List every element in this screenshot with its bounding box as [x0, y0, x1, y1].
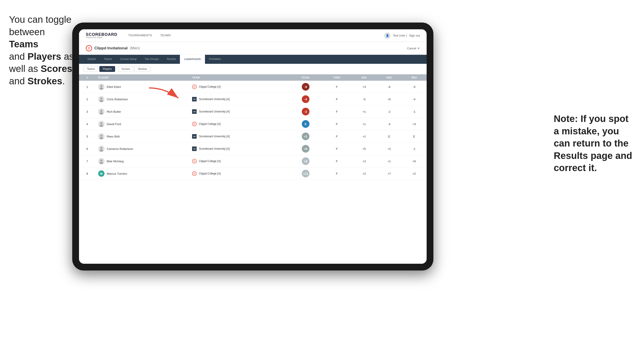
- table-row[interactable]: 6Cameron RobertsonSBScoreboard Universit…: [79, 143, 426, 155]
- svg-point-13: [100, 135, 102, 137]
- clippd-logo: C: [86, 45, 92, 51]
- leaderboard-table: # PLAYER TEAM TOTAL THRU RD1 RD2 RD3 1El…: [79, 74, 426, 264]
- cell-player: David Ford: [96, 118, 190, 130]
- cell-thru: F: [322, 168, 352, 180]
- tournament-gender: (Men): [130, 46, 140, 50]
- cell-team: CClippd College [A]: [190, 81, 289, 93]
- table-row[interactable]: 5Rees BrittSBScoreboard University [A]+1…: [79, 130, 426, 143]
- team-name: Clippd College [A]: [199, 160, 220, 163]
- cell-thru: F: [322, 81, 352, 93]
- table-row[interactable]: 2Chris RobertsonSBScoreboard University …: [79, 93, 426, 106]
- team-name: Scoreboard University [A]: [199, 98, 230, 101]
- svg-point-16: [100, 147, 102, 149]
- cell-total: +6: [290, 143, 322, 155]
- cell-rd1: -5: [352, 93, 377, 106]
- player-name: Elliot Ebert: [107, 85, 121, 89]
- cell-player: Rich Butler: [96, 106, 190, 118]
- table-row[interactable]: 7Blair McHargCClippd College [A]+8F+2+1+…: [79, 155, 426, 168]
- cell-rd2: -2: [377, 106, 402, 118]
- team-logo: SB: [192, 97, 196, 101]
- team-name: Scoreboard University [A]: [199, 135, 230, 138]
- toggle-players[interactable]: Players: [99, 66, 115, 72]
- toggle-section: Teams Players Scores Strokes: [79, 64, 426, 74]
- player-name: Chris Robertson: [107, 98, 128, 101]
- tab-details[interactable]: Details: [84, 55, 100, 64]
- logo-sub: Powered by clippd: [86, 36, 118, 38]
- cell-thru: F: [322, 106, 352, 118]
- svg-point-19: [100, 159, 102, 162]
- tab-course-setup[interactable]: Course Setup: [116, 55, 141, 64]
- app-header: SCOREBOARD Powered by clippd TOURNAMENTS…: [79, 29, 426, 42]
- cell-thru: F: [322, 118, 352, 130]
- cancel-button[interactable]: Cancel ✕: [407, 47, 420, 50]
- toggle-teams[interactable]: Teams: [84, 66, 98, 72]
- cell-team: SBScoreboard University [A]: [190, 130, 289, 143]
- team-name: Scoreboard University [A]: [199, 110, 230, 113]
- nav-teams[interactable]: TEAMS: [156, 29, 175, 42]
- team-name: Clippd College [A]: [199, 172, 220, 175]
- cell-rd2: +1: [377, 155, 402, 168]
- col-total: TOTAL: [290, 74, 322, 81]
- tab-tee-groups[interactable]: Tee Groups: [141, 55, 163, 64]
- col-player: PLAYER: [96, 74, 190, 81]
- cell-rd1: +1: [352, 130, 377, 143]
- col-rd1: RD1: [352, 74, 377, 81]
- cell-thru: F: [322, 130, 352, 143]
- cell-rd1: +3: [352, 81, 377, 93]
- tab-printables[interactable]: Printables: [205, 55, 225, 64]
- table-row[interactable]: 3Rich ButlerSBScoreboard University [A]-…: [79, 106, 426, 118]
- toggle-scores[interactable]: Scores: [118, 66, 133, 72]
- score-badge: +8: [302, 157, 310, 165]
- player-avatar: [98, 133, 104, 140]
- table-row[interactable]: 4David FordCClippd College [A]EF+1-4+3: [79, 118, 426, 130]
- cell-rank: 3: [79, 106, 96, 118]
- team-logo: C: [192, 122, 196, 126]
- cell-rd2: -6: [377, 81, 402, 93]
- tournament-title: C Clippd Invitational (Men): [86, 45, 140, 51]
- table-row[interactable]: 1Elliot EbertCClippd College [A]-8F+3-6-…: [79, 81, 426, 93]
- cell-player: MMarcus Turners: [96, 168, 190, 180]
- user-icon: 👤: [384, 32, 390, 39]
- cell-team: CClippd College [A]: [190, 155, 289, 168]
- cell-rd2: +2: [377, 143, 402, 155]
- player-name: Blair McHarg: [107, 160, 124, 163]
- tablet-frame: SCOREBOARD Powered by clippd TOURNAMENTS…: [72, 22, 434, 271]
- sign-out-link[interactable]: Sign out: [409, 34, 420, 37]
- tab-teams[interactable]: Teams: [100, 55, 116, 64]
- cell-rd3: E: [402, 130, 426, 143]
- cell-team: SBScoreboard University [A]: [190, 93, 289, 106]
- score-badge: -8: [302, 83, 310, 91]
- nav-tournaments[interactable]: TOURNAMENTS: [124, 29, 156, 42]
- col-rd2: RD2: [377, 74, 402, 81]
- svg-point-8: [100, 112, 103, 115]
- score-badge: -2: [302, 108, 310, 115]
- tab-leaderboards[interactable]: Leaderboards: [180, 55, 205, 64]
- cell-rd2: -4: [377, 118, 402, 130]
- right-annotation: Note: If you spot a mistake, you can ret…: [554, 113, 635, 174]
- col-rd3: RD3: [402, 74, 426, 81]
- cell-rd1: +2: [352, 155, 377, 168]
- team-name: Clippd College [A]: [199, 122, 220, 126]
- cancel-icon: ✕: [417, 47, 420, 50]
- toggle-strokes[interactable]: Strokes: [134, 66, 150, 72]
- col-thru: THRU: [322, 74, 352, 81]
- svg-point-7: [100, 110, 102, 112]
- svg-text:M: M: [100, 172, 102, 175]
- tab-results[interactable]: Results: [163, 55, 180, 64]
- score-badge: -4: [302, 95, 310, 103]
- score-badge: E: [302, 120, 310, 128]
- cell-player: Elliot Ebert: [96, 81, 190, 93]
- score-badge: +6: [302, 145, 310, 153]
- cell-thru: F: [322, 143, 352, 155]
- player-name: David Ford: [107, 122, 121, 126]
- table-row[interactable]: 8MMarcus TurnersCClippd College [A]+11F+…: [79, 168, 426, 180]
- svg-point-10: [100, 122, 102, 124]
- cell-rd3: -4: [402, 93, 426, 106]
- svg-point-20: [100, 162, 103, 164]
- team-name: Clippd College [A]: [199, 85, 220, 88]
- user-name: Test User |: [393, 34, 407, 37]
- cell-rd3: -5: [402, 81, 426, 93]
- team-logo: C: [192, 171, 196, 176]
- team-logo: SB: [192, 109, 196, 114]
- cell-rd2: +7: [377, 168, 402, 180]
